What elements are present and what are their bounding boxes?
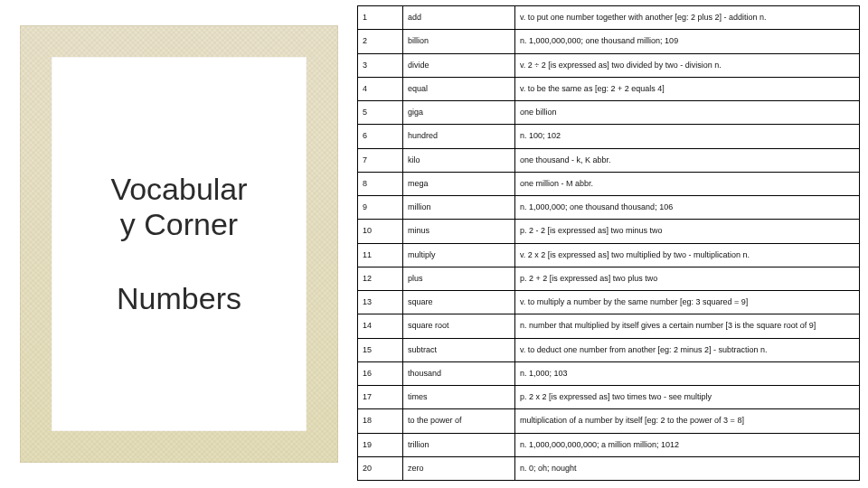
row-def: v. 2 ÷ 2 [is expressed as] two divided b… xyxy=(515,53,860,77)
vocab-tbody: 1addv. to put one number together with a… xyxy=(358,6,860,481)
row-index: 15 xyxy=(358,338,403,361)
row-index: 8 xyxy=(358,172,403,195)
row-term: billion xyxy=(403,30,515,53)
textured-frame: Vocabular y Corner Numbers xyxy=(20,25,338,463)
row-index: 12 xyxy=(358,267,403,290)
row-term: to the power of xyxy=(403,409,515,433)
row-index: 20 xyxy=(358,456,403,480)
row-term: times xyxy=(403,386,515,409)
title-line-2-text: y Corner xyxy=(120,207,238,241)
row-index: 1 xyxy=(358,6,403,30)
table-row: 10minusp. 2 - 2 [is expressed as] two mi… xyxy=(358,220,860,243)
row-term: mega xyxy=(403,172,515,195)
table-row: 17timesp. 2 x 2 [is expressed as] two ti… xyxy=(358,386,860,409)
row-def: n. 1,000,000,000; one thousand million; … xyxy=(515,30,860,53)
row-def: n. 0; oh; nought xyxy=(515,456,860,480)
row-index: 4 xyxy=(358,77,403,100)
slide: Vocabular y Corner Numbers 1addv. to put… xyxy=(0,0,868,488)
title-line-1-text: Vocabular xyxy=(110,172,247,206)
row-term: equal xyxy=(403,77,515,100)
row-def: n. number that multiplied by itself give… xyxy=(515,314,860,338)
table-row: 7kiloone thousand - k, K abbr. xyxy=(358,148,860,172)
row-def: n. 1,000,000; one thousand thousand; 106 xyxy=(515,196,860,220)
row-def: n. 1,000; 103 xyxy=(515,361,860,385)
row-def: one million - M abbr. xyxy=(515,172,860,195)
row-def: v. 2 x 2 [is expressed as] two multiplie… xyxy=(515,243,860,267)
row-term: square xyxy=(403,291,515,314)
row-def: p. 2 - 2 [is expressed as] two minus two xyxy=(515,220,860,243)
title-card: Vocabular y Corner Numbers xyxy=(52,57,307,431)
row-def: p. 2 x 2 [is expressed as] two times two… xyxy=(515,386,860,409)
row-def: n. 100; 102 xyxy=(515,125,860,148)
row-term: million xyxy=(403,196,515,220)
right-panel: 1addv. to put one number together with a… xyxy=(357,0,868,488)
row-term: zero xyxy=(403,456,515,480)
table-row: 19trillionn. 1,000,000,000,000; a millio… xyxy=(358,433,860,456)
row-term: square root xyxy=(403,314,515,338)
row-def: one billion xyxy=(515,101,860,125)
row-def: n. 1,000,000,000,000; a million million;… xyxy=(515,433,860,456)
table-row: 1addv. to put one number together with a… xyxy=(358,6,860,30)
table-row: 11multiplyv. 2 x 2 [is expressed as] two… xyxy=(358,243,860,267)
table-row: 9millionn. 1,000,000; one thousand thous… xyxy=(358,196,860,220)
vocab-table: 1addv. to put one number together with a… xyxy=(357,5,860,481)
table-row: 16thousandn. 1,000; 103 xyxy=(358,361,860,385)
left-panel: Vocabular y Corner Numbers xyxy=(0,0,357,488)
row-index: 14 xyxy=(358,314,403,338)
row-term: divide xyxy=(403,53,515,77)
subtitle: Numbers xyxy=(117,281,241,316)
row-index: 10 xyxy=(358,220,403,243)
row-index: 6 xyxy=(358,125,403,148)
row-def: p. 2 + 2 [is expressed as] two plus two xyxy=(515,267,860,290)
row-index: 2 xyxy=(358,30,403,53)
row-term: minus xyxy=(403,220,515,243)
row-term: hundred xyxy=(403,125,515,148)
row-index: 3 xyxy=(358,53,403,77)
table-row: 14square rootn. number that multiplied b… xyxy=(358,314,860,338)
table-row: 20zeron. 0; oh; nought xyxy=(358,456,860,480)
row-index: 9 xyxy=(358,196,403,220)
row-index: 13 xyxy=(358,291,403,314)
row-term: subtract xyxy=(403,338,515,361)
row-term: giga xyxy=(403,101,515,125)
row-index: 18 xyxy=(358,409,403,433)
row-def: v. to multiply a number by the same numb… xyxy=(515,291,860,314)
row-index: 7 xyxy=(358,148,403,172)
table-row: 15subtractv. to deduct one number from a… xyxy=(358,338,860,361)
table-row: 18to the power ofmultiplication of a num… xyxy=(358,409,860,433)
row-def: v. to be the same as [eg: 2 + 2 equals 4… xyxy=(515,77,860,100)
row-index: 16 xyxy=(358,361,403,385)
table-row: 8megaone million - M abbr. xyxy=(358,172,860,195)
table-row: 5gigaone billion xyxy=(358,101,860,125)
row-term: thousand xyxy=(403,361,515,385)
table-row: 13squarev. to multiply a number by the s… xyxy=(358,291,860,314)
table-row: 12plusp. 2 + 2 [is expressed as] two plu… xyxy=(358,267,860,290)
row-index: 5 xyxy=(358,101,403,125)
table-row: 2billionn. 1,000,000,000; one thousand m… xyxy=(358,30,860,53)
row-term: plus xyxy=(403,267,515,290)
row-def: multiplication of a number by itself [eg… xyxy=(515,409,860,433)
row-term: add xyxy=(403,6,515,30)
table-row: 4equalv. to be the same as [eg: 2 + 2 eq… xyxy=(358,77,860,100)
row-def: one thousand - k, K abbr. xyxy=(515,148,860,172)
table-row: 3dividev. 2 ÷ 2 [is expressed as] two di… xyxy=(358,53,860,77)
row-index: 17 xyxy=(358,386,403,409)
title-line-1: Vocabular y Corner xyxy=(110,172,247,242)
row-term: kilo xyxy=(403,148,515,172)
row-term: trillion xyxy=(403,433,515,456)
row-index: 11 xyxy=(358,243,403,267)
row-def: v. to deduct one number from another [eg… xyxy=(515,338,860,361)
table-row: 6hundredn. 100; 102 xyxy=(358,125,860,148)
row-index: 19 xyxy=(358,433,403,456)
row-term: multiply xyxy=(403,243,515,267)
row-def: v. to put one number together with anoth… xyxy=(515,6,860,30)
